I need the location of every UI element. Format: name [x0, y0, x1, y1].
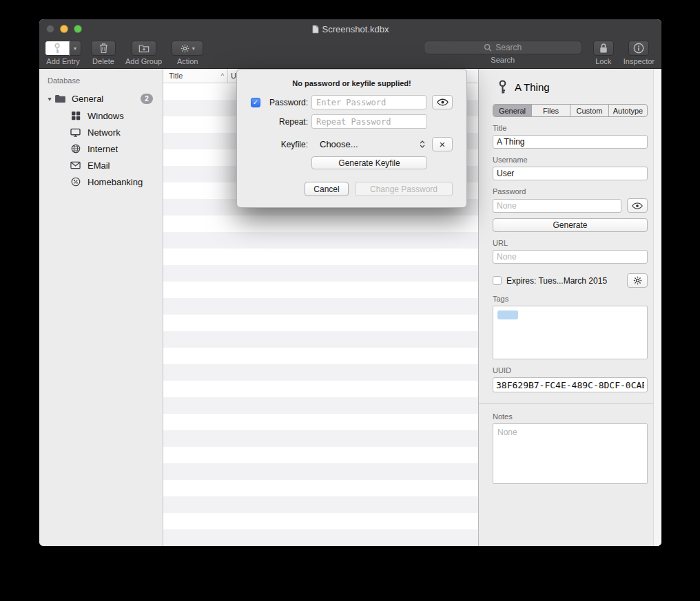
sidebar-item-label: EMail	[88, 160, 110, 171]
search-input[interactable]: Search	[424, 41, 582, 54]
eye-icon	[632, 202, 643, 209]
tab-files[interactable]: Files	[532, 105, 570, 116]
show-password-button[interactable]	[627, 198, 648, 213]
sidebar-item-label: Network	[88, 127, 121, 138]
title-field[interactable]	[493, 135, 648, 149]
toolbar-label: Delete	[92, 57, 114, 65]
toolbar-item-inspector: Inspector	[624, 41, 655, 65]
toolbar-item-add-group: Add Group	[125, 41, 162, 65]
username-field[interactable]	[493, 167, 648, 180]
url-field[interactable]	[493, 250, 648, 264]
dialog-message: No password or keyfile supplied!	[251, 79, 453, 87]
sidebar-section-header: Database	[39, 73, 163, 89]
tags-label: Tags	[493, 295, 648, 303]
toolbar-item-delete: Delete	[91, 41, 116, 65]
url-field-label: URL	[493, 239, 648, 247]
generate-password-button[interactable]: Generate	[493, 218, 648, 232]
grid-icon	[70, 111, 81, 120]
tag-token[interactable]	[497, 310, 518, 319]
expires-options-button[interactable]	[627, 273, 648, 288]
add-entry-dropdown-button[interactable]: ▾	[70, 41, 81, 56]
sidebar-item-internet[interactable]: Internet	[39, 140, 163, 157]
traffic-lights	[46, 25, 82, 33]
toolbar-right-group: Search Search Lock Inspector	[424, 41, 655, 65]
zoom-button[interactable]	[74, 25, 82, 33]
toolbar-label: Add Group	[125, 57, 162, 65]
gear-icon	[181, 44, 189, 53]
sidebar-group-label: General	[72, 94, 103, 104]
sidebar-item-label: Homebanking	[88, 177, 143, 187]
keyfile-selected-value: Choose...	[320, 139, 358, 149]
keyfile-popup-button[interactable]: Choose...	[311, 137, 426, 151]
expires-checkbox[interactable]	[493, 276, 502, 285]
folder-icon	[54, 94, 66, 103]
sort-ascending-icon: ^	[221, 72, 224, 79]
uuid-field[interactable]	[493, 377, 648, 392]
sidebar-item-email[interactable]: EMail	[39, 157, 163, 173]
sidebar-group-general[interactable]: ▾ General 2	[39, 89, 163, 107]
repeat-password-input[interactable]	[311, 114, 427, 129]
close-icon: ×	[440, 139, 446, 149]
envelope-icon	[70, 161, 81, 169]
toolbar-label: Lock	[595, 57, 611, 65]
title-field-label: Title	[493, 124, 648, 132]
expires-label: Expires: Tues...March 2015	[506, 276, 622, 286]
change-password-dialog: No password or keyfile supplied! ✓ Passw…	[236, 69, 467, 208]
tags-input[interactable]	[493, 306, 648, 359]
entry-title: A Thing	[515, 81, 550, 93]
sidebar-item-label: Windows	[88, 111, 124, 121]
chevron-down-icon: ▾	[74, 45, 76, 52]
toolbar-label: Action	[177, 57, 198, 65]
popup-stepper-icon	[420, 140, 425, 149]
percent-icon	[70, 177, 81, 187]
key-icon	[498, 80, 507, 94]
lock-button[interactable]	[593, 41, 614, 56]
action-button[interactable]: ▾	[172, 41, 203, 56]
toolbar-label: Inspector	[624, 57, 655, 65]
uuid-label: UUID	[493, 366, 648, 375]
folder-plus-icon	[138, 43, 150, 53]
dialog-repeat-label: Repeat:	[264, 117, 308, 127]
inspector-panel: A Thing General Files Custom Autotype Ti…	[479, 69, 661, 546]
entry-header: A Thing	[493, 80, 648, 94]
sidebar-item-windows[interactable]: Windows	[39, 107, 163, 124]
generate-keyfile-button[interactable]: Generate Keyfile	[311, 156, 427, 169]
clear-keyfile-button[interactable]: ×	[432, 137, 453, 151]
add-group-button[interactable]	[132, 41, 156, 56]
username-field-label: Username	[493, 156, 648, 164]
notes-label: Notes	[493, 412, 648, 421]
password-field[interactable]	[493, 199, 621, 213]
close-button[interactable]	[46, 25, 54, 33]
tab-custom[interactable]: Custom	[570, 105, 609, 116]
delete-button[interactable]	[91, 41, 116, 56]
tab-autotype[interactable]: Autotype	[609, 105, 647, 116]
toolbar-item-search: Search Search	[424, 41, 582, 64]
notes-input[interactable]: None	[493, 423, 648, 484]
sidebar-item-homebanking[interactable]: Homebanking	[39, 173, 163, 190]
trash-icon	[99, 43, 108, 54]
titlebar[interactable]: Screenshot.kdbx	[39, 19, 661, 39]
toolbar-item-lock: Lock	[593, 41, 614, 65]
cancel-button[interactable]: Cancel	[305, 182, 349, 196]
gear-icon	[633, 276, 642, 285]
sidebar-item-network[interactable]: Network	[39, 124, 163, 140]
divider	[479, 403, 661, 404]
inspector-button[interactable]	[628, 41, 649, 56]
key-plus-icon	[54, 43, 61, 54]
disclosure-triangle-icon[interactable]: ▾	[45, 95, 54, 103]
toolbar-item-action: ▾ Action	[172, 41, 203, 65]
app-window: Screenshot.kdbx ▾ Add Entry Delete Add G…	[39, 19, 661, 546]
tab-general[interactable]: General	[493, 105, 532, 116]
column-header-title[interactable]: Title ^	[163, 69, 228, 83]
notes-placeholder: None	[497, 428, 517, 437]
enter-password-input[interactable]	[311, 95, 426, 109]
toolbar-label: Add Entry	[46, 57, 79, 65]
minimize-button[interactable]	[60, 25, 68, 33]
password-field-label: Password	[493, 187, 648, 196]
password-checkbox[interactable]: ✓	[251, 98, 260, 107]
inspector-tabs: General Files Custom Autotype	[493, 104, 648, 117]
add-entry-button[interactable]	[45, 41, 70, 56]
change-password-button[interactable]: Change Password	[355, 182, 453, 196]
checkmark-icon: ✓	[253, 98, 258, 106]
show-password-button[interactable]	[432, 95, 453, 109]
